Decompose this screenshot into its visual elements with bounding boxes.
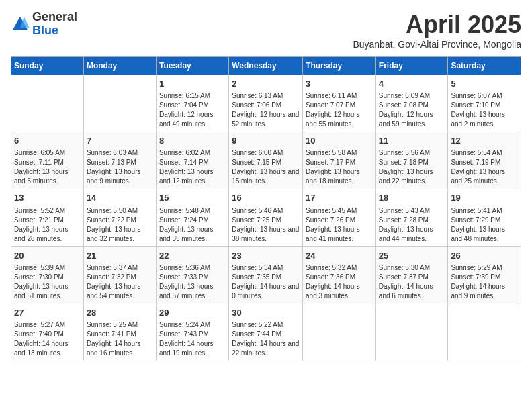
title-block: April 2025 Buyanbat, Govi-Altai Province… (353, 11, 521, 50)
day-number: 12 (451, 135, 518, 147)
day-info: Sunrise: 5:36 AM Sunset: 7:33 PM Dayligh… (159, 263, 226, 301)
day-number: 26 (451, 250, 518, 262)
day-number: 19 (451, 192, 518, 204)
page-header: General Blue April 2025 Buyanbat, Govi-A… (11, 11, 521, 50)
day-number: 20 (14, 250, 81, 262)
calendar-day-cell: 27Sunrise: 5:27 AM Sunset: 7:40 PM Dayli… (11, 304, 84, 361)
day-number: 17 (306, 192, 373, 204)
month-title: April 2025 (353, 11, 521, 39)
day-number: 8 (159, 135, 226, 147)
weekday-header: Tuesday (156, 57, 228, 75)
calendar-week-row: 27Sunrise: 5:27 AM Sunset: 7:40 PM Dayli… (11, 304, 521, 361)
calendar-header-row: SundayMondayTuesdayWednesdayThursdayFrid… (11, 57, 521, 75)
day-info: Sunrise: 6:13 AM Sunset: 7:06 PM Dayligh… (232, 91, 300, 129)
logo: General Blue (11, 11, 77, 38)
day-info: Sunrise: 5:56 AM Sunset: 7:18 PM Dayligh… (379, 148, 445, 186)
day-info: Sunrise: 5:48 AM Sunset: 7:24 PM Dayligh… (159, 206, 226, 244)
day-number: 25 (379, 250, 445, 262)
day-info: Sunrise: 5:54 AM Sunset: 7:19 PM Dayligh… (451, 148, 518, 186)
day-number: 27 (14, 307, 81, 319)
day-info: Sunrise: 5:22 AM Sunset: 7:44 PM Dayligh… (232, 320, 300, 358)
logo-general-text: General (32, 11, 77, 24)
day-number: 28 (87, 307, 153, 319)
day-info: Sunrise: 6:00 AM Sunset: 7:15 PM Dayligh… (232, 148, 300, 186)
calendar-week-row: 20Sunrise: 5:39 AM Sunset: 7:30 PM Dayli… (11, 246, 521, 304)
calendar-day-cell: 10Sunrise: 5:58 AM Sunset: 7:17 PM Dayli… (303, 132, 376, 189)
calendar-day-cell: 3Sunrise: 6:11 AM Sunset: 7:07 PM Daylig… (303, 75, 376, 132)
day-number: 22 (159, 250, 226, 262)
day-number: 6 (14, 135, 81, 147)
calendar-day-cell: 4Sunrise: 6:09 AM Sunset: 7:08 PM Daylig… (375, 75, 448, 132)
day-number: 21 (87, 250, 153, 262)
calendar-day-cell: 15Sunrise: 5:48 AM Sunset: 7:24 PM Dayli… (156, 189, 228, 246)
calendar-table: SundayMondayTuesdayWednesdayThursdayFrid… (11, 56, 521, 361)
day-number: 3 (306, 78, 373, 90)
day-number: 16 (232, 192, 300, 204)
weekday-header: Monday (83, 57, 156, 75)
calendar-day-cell: 23Sunrise: 5:34 AM Sunset: 7:35 PM Dayli… (229, 246, 303, 304)
calendar-day-cell: 13Sunrise: 5:52 AM Sunset: 7:21 PM Dayli… (11, 189, 84, 246)
calendar-day-cell: 2Sunrise: 6:13 AM Sunset: 7:06 PM Daylig… (229, 75, 303, 132)
calendar-day-cell (11, 75, 84, 132)
day-info: Sunrise: 5:43 AM Sunset: 7:28 PM Dayligh… (379, 206, 445, 244)
calendar-day-cell (448, 304, 521, 361)
weekday-header: Wednesday (229, 57, 303, 75)
calendar-day-cell: 16Sunrise: 5:46 AM Sunset: 7:25 PM Dayli… (229, 189, 303, 246)
calendar-day-cell: 28Sunrise: 5:25 AM Sunset: 7:41 PM Dayli… (83, 304, 156, 361)
day-info: Sunrise: 5:37 AM Sunset: 7:32 PM Dayligh… (87, 263, 153, 301)
calendar-day-cell: 14Sunrise: 5:50 AM Sunset: 7:22 PM Dayli… (83, 189, 156, 246)
day-number: 7 (87, 135, 153, 147)
day-number: 4 (379, 78, 445, 90)
logo-blue-text: Blue (32, 24, 77, 38)
day-number: 24 (306, 250, 373, 262)
day-number: 15 (159, 192, 226, 204)
day-number: 2 (232, 78, 300, 90)
day-info: Sunrise: 6:15 AM Sunset: 7:04 PM Dayligh… (159, 91, 226, 129)
day-info: Sunrise: 5:24 AM Sunset: 7:43 PM Dayligh… (159, 320, 226, 358)
calendar-week-row: 6Sunrise: 6:05 AM Sunset: 7:11 PM Daylig… (11, 132, 521, 189)
logo-icon (11, 15, 30, 34)
day-info: Sunrise: 5:29 AM Sunset: 7:39 PM Dayligh… (451, 263, 518, 301)
day-number: 11 (379, 135, 445, 147)
day-info: Sunrise: 6:09 AM Sunset: 7:08 PM Dayligh… (379, 91, 445, 129)
calendar-day-cell: 19Sunrise: 5:41 AM Sunset: 7:29 PM Dayli… (448, 189, 521, 246)
day-info: Sunrise: 5:34 AM Sunset: 7:35 PM Dayligh… (232, 263, 300, 301)
calendar-day-cell: 8Sunrise: 6:02 AM Sunset: 7:14 PM Daylig… (156, 132, 228, 189)
day-number: 30 (232, 307, 300, 319)
calendar-day-cell: 18Sunrise: 5:43 AM Sunset: 7:28 PM Dayli… (375, 189, 448, 246)
calendar-day-cell: 24Sunrise: 5:32 AM Sunset: 7:36 PM Dayli… (303, 246, 376, 304)
calendar-day-cell: 26Sunrise: 5:29 AM Sunset: 7:39 PM Dayli… (448, 246, 521, 304)
day-info: Sunrise: 5:52 AM Sunset: 7:21 PM Dayligh… (14, 206, 81, 244)
weekday-header: Saturday (448, 57, 521, 75)
day-number: 10 (306, 135, 373, 147)
calendar-day-cell (375, 304, 448, 361)
calendar-day-cell: 6Sunrise: 6:05 AM Sunset: 7:11 PM Daylig… (11, 132, 84, 189)
calendar-day-cell: 20Sunrise: 5:39 AM Sunset: 7:30 PM Dayli… (11, 246, 84, 304)
day-info: Sunrise: 5:41 AM Sunset: 7:29 PM Dayligh… (451, 206, 518, 244)
day-info: Sunrise: 6:02 AM Sunset: 7:14 PM Dayligh… (159, 148, 226, 186)
weekday-header: Sunday (11, 57, 84, 75)
day-info: Sunrise: 5:58 AM Sunset: 7:17 PM Dayligh… (306, 148, 373, 186)
calendar-week-row: 1Sunrise: 6:15 AM Sunset: 7:04 PM Daylig… (11, 75, 521, 132)
calendar-day-cell: 11Sunrise: 5:56 AM Sunset: 7:18 PM Dayli… (375, 132, 448, 189)
calendar-day-cell: 9Sunrise: 6:00 AM Sunset: 7:15 PM Daylig… (229, 132, 303, 189)
day-info: Sunrise: 5:46 AM Sunset: 7:25 PM Dayligh… (232, 206, 300, 244)
calendar-day-cell (83, 75, 156, 132)
calendar-day-cell: 30Sunrise: 5:22 AM Sunset: 7:44 PM Dayli… (229, 304, 303, 361)
day-info: Sunrise: 5:32 AM Sunset: 7:36 PM Dayligh… (306, 263, 373, 301)
day-info: Sunrise: 5:25 AM Sunset: 7:41 PM Dayligh… (87, 320, 153, 358)
location-text: Buyanbat, Govi-Altai Province, Mongolia (353, 39, 521, 50)
calendar-day-cell: 17Sunrise: 5:45 AM Sunset: 7:26 PM Dayli… (303, 189, 376, 246)
day-info: Sunrise: 5:45 AM Sunset: 7:26 PM Dayligh… (306, 206, 373, 244)
day-info: Sunrise: 6:03 AM Sunset: 7:13 PM Dayligh… (87, 148, 153, 186)
day-info: Sunrise: 6:05 AM Sunset: 7:11 PM Dayligh… (14, 148, 81, 186)
day-info: Sunrise: 6:11 AM Sunset: 7:07 PM Dayligh… (306, 91, 373, 129)
day-number: 23 (232, 250, 300, 262)
day-number: 1 (159, 78, 226, 90)
calendar-week-row: 13Sunrise: 5:52 AM Sunset: 7:21 PM Dayli… (11, 189, 521, 246)
day-number: 14 (87, 192, 153, 204)
calendar-day-cell: 29Sunrise: 5:24 AM Sunset: 7:43 PM Dayli… (156, 304, 228, 361)
weekday-header: Thursday (303, 57, 376, 75)
day-info: Sunrise: 5:30 AM Sunset: 7:37 PM Dayligh… (379, 263, 445, 301)
day-info: Sunrise: 6:07 AM Sunset: 7:10 PM Dayligh… (451, 91, 518, 129)
